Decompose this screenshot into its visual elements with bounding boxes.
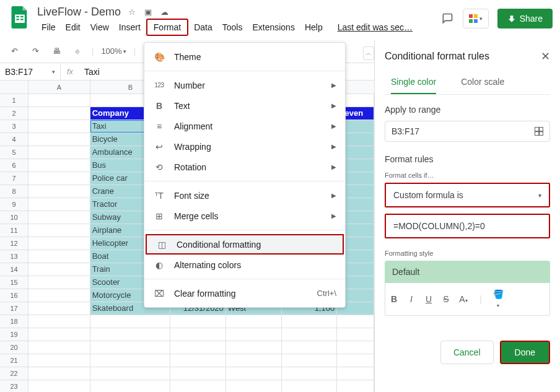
menu-extensions[interactable]: Extensions: [248, 21, 299, 33]
name-box[interactable]: B3:F17▾: [0, 63, 61, 80]
sidebar-collapse-icon[interactable]: ︿: [363, 46, 374, 60]
row-header[interactable]: 13: [0, 250, 28, 263]
row-header[interactable]: 9: [0, 198, 28, 211]
move-icon[interactable]: ▣: [142, 7, 154, 17]
row-header[interactable]: 15: [0, 276, 28, 289]
menu-format[interactable]: Format: [146, 19, 188, 36]
conditional-format-sidebar: Conditional format rules ✕ Single color …: [374, 40, 560, 392]
row-header[interactable]: 11: [0, 224, 28, 237]
row-header[interactable]: 22: [0, 367, 28, 380]
comments-icon[interactable]: [440, 12, 454, 25]
undo-icon[interactable]: ↶: [7, 45, 21, 58]
style-preview[interactable]: Default: [385, 261, 550, 283]
fx-label: fx: [61, 67, 79, 76]
underline-icon[interactable]: U: [424, 294, 434, 304]
format-menu-item[interactable]: ↩Wrapping▶: [144, 136, 345, 157]
format-menu-item[interactable]: ⟲Rotation▶: [144, 157, 345, 177]
cancel-button[interactable]: Cancel: [440, 341, 494, 364]
col-header-a[interactable]: A: [28, 81, 90, 94]
paint-format-icon[interactable]: ⟐: [71, 45, 84, 58]
zoom-select[interactable]: 100% ▾: [101, 46, 126, 56]
select-all-corner[interactable]: [0, 81, 28, 94]
format-menu-item[interactable]: ⌧Clear formattingCtrl+\: [144, 283, 345, 303]
row-header[interactable]: 14: [0, 263, 28, 276]
formatting-style-label: Formatting style: [385, 250, 550, 257]
format-menu-item[interactable]: ≡Alignment▶: [144, 116, 345, 136]
text-color-icon[interactable]: A▾: [458, 294, 468, 304]
menu-data[interactable]: Data: [190, 21, 217, 33]
row-header[interactable]: 18: [0, 315, 28, 328]
row-header[interactable]: 3: [0, 120, 28, 133]
format-dropdown-menu: 🎨Theme123Number▶BText▶≡Alignment▶↩Wrappi…: [144, 42, 346, 308]
menu-edit[interactable]: Edit: [61, 21, 85, 33]
rule-type-select[interactable]: Custom formula is ▾: [385, 183, 550, 207]
grid-select-icon[interactable]: [535, 127, 543, 136]
title-area: LiveFlow - Demo ☆ ▣ ☁ File Edit View Ins…: [37, 5, 435, 35]
format-menu-item[interactable]: BText▶: [144, 95, 345, 116]
format-toolbar: B I U S A▾ | 🪣▾: [385, 283, 550, 316]
format-menu-item[interactable]: 🎨Theme: [144, 46, 345, 67]
menu-insert[interactable]: Insert: [115, 21, 145, 33]
row-header[interactable]: 23: [0, 380, 28, 392]
tab-single-color[interactable]: Single color: [391, 71, 436, 94]
row-header[interactable]: 2: [0, 107, 28, 120]
row-header[interactable]: 4: [0, 133, 28, 146]
menu-tools[interactable]: Tools: [218, 21, 247, 33]
italic-icon[interactable]: I: [406, 294, 416, 304]
apply-range-label: Apply to range: [385, 105, 550, 115]
row-header[interactable]: 5: [0, 146, 28, 159]
row-header[interactable]: 21: [0, 354, 28, 367]
chevron-down-icon: ▾: [538, 192, 541, 199]
format-menu-item[interactable]: 123Number▶: [144, 75, 345, 95]
row-header[interactable]: 17: [0, 302, 28, 315]
fill-color-icon[interactable]: 🪣▾: [493, 289, 503, 309]
sheets-logo[interactable]: [7, 5, 32, 30]
print-icon[interactable]: 🖶: [50, 45, 63, 58]
menu-help[interactable]: Help: [300, 21, 327, 33]
tab-color-scale[interactable]: Color scale: [461, 71, 504, 94]
row-header[interactable]: 6: [0, 159, 28, 172]
row-header[interactable]: 7: [0, 172, 28, 185]
doc-title[interactable]: LiveFlow - Demo: [37, 6, 121, 19]
share-label: Share: [520, 14, 543, 24]
share-button[interactable]: Share: [497, 9, 553, 28]
format-cells-if-label: Format cells if…: [385, 172, 550, 179]
row-header[interactable]: 12: [0, 237, 28, 250]
menu-bar: File Edit View Insert Format Data Tools …: [37, 20, 435, 35]
row-header[interactable]: 19: [0, 328, 28, 341]
format-menu-item[interactable]: ᵀTFont size▶: [144, 185, 345, 206]
format-rules-label: Format rules: [385, 154, 550, 164]
bold-icon[interactable]: B: [389, 294, 399, 304]
sidebar-tabs: Single color Color scale: [385, 71, 550, 95]
meet-button[interactable]: ▾: [463, 9, 489, 28]
format-menu-item[interactable]: ⊞Merge cells▶: [144, 206, 345, 226]
menu-file[interactable]: File: [37, 21, 60, 33]
close-icon[interactable]: ✕: [541, 50, 550, 63]
menu-view[interactable]: View: [86, 21, 113, 33]
cloud-icon[interactable]: ☁: [158, 7, 170, 17]
format-menu-item[interactable]: ◐Alternating colors: [144, 255, 345, 275]
range-input[interactable]: B3:F17: [385, 121, 550, 142]
redo-icon[interactable]: ↷: [28, 45, 42, 58]
row-header[interactable]: 20: [0, 341, 28, 354]
strike-icon[interactable]: S: [441, 294, 451, 304]
row-headers: 1234567891011121314151617181920212223: [0, 94, 28, 392]
row-header[interactable]: 10: [0, 211, 28, 224]
header: LiveFlow - Demo ☆ ▣ ☁ File Edit View Ins…: [0, 0, 560, 40]
row-header[interactable]: 1: [0, 94, 28, 107]
row-header[interactable]: 16: [0, 289, 28, 302]
done-button[interactable]: Done: [500, 341, 550, 364]
star-icon[interactable]: ☆: [126, 7, 138, 17]
row-header[interactable]: 8: [0, 185, 28, 198]
format-menu-item[interactable]: ◫Conditional formatting: [146, 234, 344, 255]
last-edit-link[interactable]: Last edit was sec…: [333, 21, 417, 33]
formula-input[interactable]: =MOD(COLUMN(),2)=0: [385, 214, 550, 238]
sidebar-title: Conditional format rules: [385, 51, 489, 62]
